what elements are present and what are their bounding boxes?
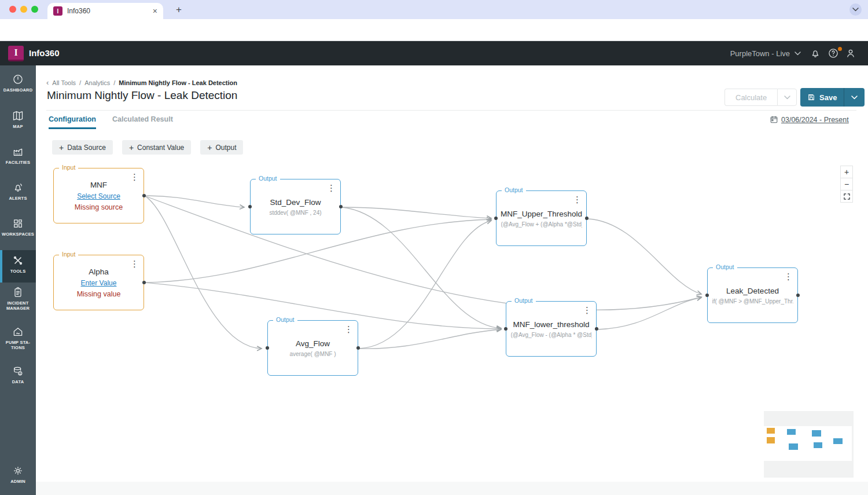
sidebar-item-tools[interactable]: TOOLS xyxy=(0,250,36,283)
date-range-picker[interactable]: 03/06/2024 - Present xyxy=(770,115,849,124)
minimap-node-mnf xyxy=(767,428,775,434)
user-account-icon[interactable] xyxy=(845,47,856,59)
sidebar-item-data[interactable]: DATA xyxy=(0,364,36,398)
breadcrumb-separator: / xyxy=(113,79,115,86)
minimap-node-avg-flow xyxy=(789,443,798,450)
enter-value-link[interactable]: Enter Value xyxy=(81,279,117,287)
breadcrumb-all-tools[interactable]: All Tools xyxy=(52,79,76,86)
output-port[interactable] xyxy=(796,294,800,297)
node-error: Missing source xyxy=(75,203,123,211)
plus-icon: + xyxy=(207,143,212,152)
sidebar-item-admin[interactable]: ADMIN xyxy=(0,464,36,495)
minimap-node-leak xyxy=(833,438,843,444)
calculate-button-group: Calculate xyxy=(724,89,797,106)
output-port[interactable] xyxy=(142,194,146,197)
node-title: Leak_Detected xyxy=(726,287,779,295)
node-mnf-lower-threshold[interactable]: Output ⋮ MNF_lower_threshold (@Avg_Flow … xyxy=(506,301,597,357)
minimap[interactable] xyxy=(764,411,854,478)
data-database-icon xyxy=(12,365,24,377)
input-port[interactable] xyxy=(248,205,252,208)
edge-avgflow-lower xyxy=(359,329,501,349)
node-leak-detected[interactable]: Output ⋮ Leak_Detected if( @MNF > @MNF_U… xyxy=(707,267,798,323)
node-formula: (@Avg_Flow - (@Alpha * @Std_... xyxy=(511,332,592,338)
node-title: Avg_Flow xyxy=(296,339,330,348)
minimize-window-button[interactable] xyxy=(20,6,27,13)
tab-close-icon[interactable]: × xyxy=(153,6,157,16)
browser-tab[interactable]: I Info360 × xyxy=(47,3,163,19)
info360-logo-icon[interactable]: I xyxy=(8,46,24,61)
map-icon xyxy=(12,110,24,122)
chevron-down-icon xyxy=(852,8,859,12)
node-title: MNF_lower_threshold xyxy=(513,320,589,329)
tab-search-button[interactable] xyxy=(849,3,862,16)
node-mnf[interactable]: Input ⋮ MNF Select Source Missing source xyxy=(53,168,144,223)
calculate-button[interactable]: Calculate xyxy=(724,89,777,106)
header-divider xyxy=(46,110,856,111)
environment-selector[interactable]: PurpleTown - Live xyxy=(720,49,790,58)
input-port[interactable] xyxy=(266,346,269,350)
bottom-strip xyxy=(36,482,868,495)
sidebar-item-facilities[interactable]: FACILITIES xyxy=(0,145,36,178)
node-std-dev-flow[interactable]: Output ⋮ Std_Dev_Flow stddev( @MNF , 24) xyxy=(250,179,341,234)
fit-view-icon xyxy=(844,193,850,200)
node-formula: average( @MNF ) xyxy=(289,351,336,357)
close-window-button[interactable] xyxy=(9,6,16,13)
node-alpha[interactable]: Input ⋮ Alpha Enter Value Missing value xyxy=(53,255,144,310)
save-button[interactable]: Save xyxy=(800,88,844,107)
breadcrumb-back-icon[interactable]: ‹ xyxy=(46,78,49,87)
select-source-link[interactable]: Select Source xyxy=(77,192,120,200)
help-icon[interactable] xyxy=(827,47,839,59)
save-dropdown-button[interactable] xyxy=(844,88,865,107)
output-port[interactable] xyxy=(356,346,360,350)
workspaces-grid-icon xyxy=(12,218,24,229)
breadcrumb-separator: / xyxy=(79,79,81,86)
sidebar-item-alerts[interactable]: ALERTS xyxy=(0,181,36,214)
sidebar-item-workspaces[interactable]: WORKSPACES xyxy=(0,217,36,250)
calculate-dropdown-button[interactable] xyxy=(777,89,797,106)
sidebar-item-map[interactable]: MAP xyxy=(0,109,36,142)
sidebar-item-pump-stations[interactable]: PUMP STA-TIONS xyxy=(0,325,36,363)
edge-avgflow-upper xyxy=(359,221,491,349)
fit-view-button[interactable] xyxy=(840,190,853,203)
node-title: MNF_Upper_Threshold xyxy=(501,210,582,218)
save-button-group: Save xyxy=(800,88,865,107)
help-badge-dot xyxy=(838,47,842,51)
input-port[interactable] xyxy=(705,294,709,297)
add-constant-value-button[interactable]: + Constant Value xyxy=(122,140,191,155)
sidebar-item-incident-manager[interactable]: INCIDENT MANAGER xyxy=(0,285,36,324)
sidebar-item-dashboard[interactable]: DASHBOARD xyxy=(0,72,36,106)
output-port[interactable] xyxy=(595,327,598,331)
input-port[interactable] xyxy=(494,217,498,220)
zoom-in-button[interactable]: + xyxy=(840,166,853,178)
node-title: Std_Dev_Flow xyxy=(270,198,321,207)
minimap-node-lower xyxy=(814,442,822,448)
node-title: Alpha xyxy=(89,267,109,276)
tab-calculated-result[interactable]: Calculated Result xyxy=(112,115,173,129)
add-output-button[interactable]: + Output xyxy=(200,140,243,155)
output-port[interactable] xyxy=(142,281,146,284)
node-formula: stddev( @MNF , 24) xyxy=(269,210,321,216)
zoom-window-button[interactable] xyxy=(31,6,38,13)
minimap-node-upper xyxy=(812,430,821,437)
add-data-source-button[interactable]: + Data Source xyxy=(52,140,113,155)
incident-clipboard-icon xyxy=(12,287,24,298)
info360-favicon-icon: I xyxy=(53,6,62,16)
zoom-out-button[interactable]: − xyxy=(840,178,853,190)
edge-upper-leak xyxy=(588,219,701,294)
breadcrumb-current: Minimum Nightly Flow - Leak Detection xyxy=(119,79,237,86)
node-mnf-upper-threshold[interactable]: Output ⋮ MNF_Upper_Threshold (@Avg_Flow … xyxy=(496,190,587,246)
node-avg-flow[interactable]: Output ⋮ Avg_Flow average( @MNF ) xyxy=(267,320,358,376)
output-port[interactable] xyxy=(339,205,343,208)
output-port[interactable] xyxy=(585,217,589,220)
notifications-bell-icon[interactable] xyxy=(810,47,821,59)
new-tab-button[interactable]: + xyxy=(171,2,186,17)
edge-mnf-avgflow xyxy=(144,196,262,349)
tab-configuration[interactable]: Configuration xyxy=(49,115,96,129)
workflow-canvas[interactable]: Input ⋮ MNF Select Source Missing source… xyxy=(36,159,868,482)
environment-chevron-icon[interactable] xyxy=(795,52,801,56)
node-error: Missing value xyxy=(77,290,121,298)
input-port[interactable] xyxy=(504,327,507,331)
page-title: Minimum Nightly Flow - Leak Detection xyxy=(47,89,237,102)
breadcrumb-analytics[interactable]: Analytics xyxy=(84,79,110,86)
node-title: MNF xyxy=(90,181,107,189)
